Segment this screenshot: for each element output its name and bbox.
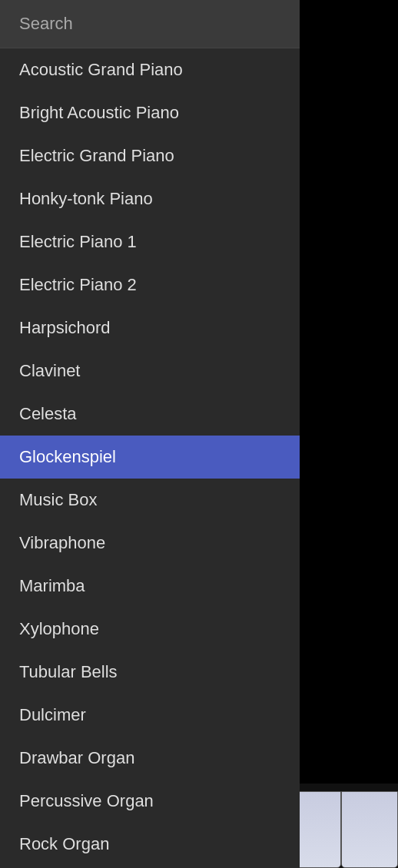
- menu-item-bright-acoustic-piano[interactable]: Bright Acoustic Piano: [0, 91, 300, 134]
- menu-item-music-box[interactable]: Music Box: [0, 479, 300, 522]
- menu-item-rock-organ[interactable]: Rock Organ: [0, 823, 300, 866]
- menu-item-drawbar-organ[interactable]: Drawbar Organ: [0, 737, 300, 780]
- menu-item-clavinet[interactable]: Clavinet: [0, 350, 300, 393]
- search-label: Search: [19, 14, 73, 33]
- menu-item-acoustic-grand-piano[interactable]: Acoustic Grand Piano: [0, 48, 300, 91]
- menu-item-marimba[interactable]: Marimba: [0, 565, 300, 608]
- instrument-dropdown: Search Acoustic Grand PianoBright Acoust…: [0, 0, 300, 868]
- menu-item-glockenspiel[interactable]: Glockenspiel: [0, 436, 300, 479]
- menu-item-percussive-organ[interactable]: Percussive Organ: [0, 780, 300, 823]
- instrument-list: Acoustic Grand PianoBright Acoustic Pian…: [0, 48, 300, 868]
- menu-item-electric-piano-1[interactable]: Electric Piano 1: [0, 220, 300, 263]
- piano-key-white-7[interactable]: [341, 791, 398, 868]
- search-bar[interactable]: Search: [0, 0, 300, 48]
- menu-item-electric-piano-2[interactable]: Electric Piano 2: [0, 263, 300, 306]
- menu-item-honky-tonk-piano[interactable]: Honky-tonk Piano: [0, 177, 300, 220]
- menu-item-tubular-bells[interactable]: Tubular Bells: [0, 651, 300, 694]
- menu-item-dulcimer[interactable]: Dulcimer: [0, 694, 300, 737]
- menu-item-xylophone[interactable]: Xylophone: [0, 608, 300, 651]
- menu-item-celesta[interactable]: Celesta: [0, 393, 300, 436]
- menu-item-vibraphone[interactable]: Vibraphone: [0, 522, 300, 565]
- menu-item-harpsichord[interactable]: Harpsichord: [0, 306, 300, 350]
- menu-item-electric-grand-piano[interactable]: Electric Grand Piano: [0, 134, 300, 177]
